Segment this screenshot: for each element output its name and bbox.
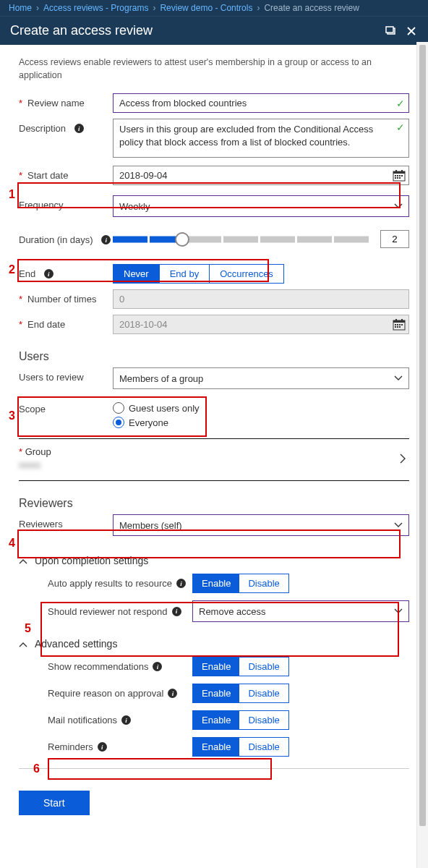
svg-rect-1 — [386, 27, 393, 33]
svg-rect-19 — [399, 324, 401, 326]
autoapply-enable[interactable]: Enable — [193, 574, 239, 592]
scope-everyone-radio[interactable]: Everyone — [113, 417, 409, 428]
num-times-label: Number of times — [27, 294, 96, 305]
check-icon: ✓ — [396, 122, 405, 133]
breadcrumb: Home › Access reviews - Programs › Revie… — [0, 0, 428, 16]
reqreason-label: Require reason on approval — [48, 688, 163, 699]
calendar-icon — [393, 319, 406, 331]
chevron-right-icon — [399, 454, 406, 464]
slider-thumb[interactable] — [175, 232, 189, 247]
duration-slider[interactable] — [113, 231, 369, 248]
info-icon[interactable]: i — [153, 662, 162, 671]
group-label: Group — [25, 446, 51, 457]
svg-rect-5 — [401, 170, 403, 172]
review-name-label: Review name — [27, 98, 85, 109]
info-icon[interactable]: i — [74, 124, 84, 133]
autoapply-disable[interactable]: Disable — [239, 574, 288, 592]
advanced-header-label: Advanced settings — [35, 638, 117, 650]
scrollbar-thumb[interactable] — [419, 45, 426, 826]
reminders-disable[interactable]: Disable — [239, 738, 288, 756]
divider — [19, 768, 409, 769]
mail-disable[interactable]: Disable — [239, 711, 288, 729]
blade-header: Create an access review — [0, 16, 428, 45]
num-times-input — [113, 289, 409, 309]
scope-label: Scope — [19, 404, 46, 414]
end-segmented: Never End by Occurrences — [113, 264, 284, 284]
reminders-enable[interactable]: Enable — [193, 738, 239, 756]
calendar-icon[interactable] — [393, 170, 406, 182]
frequency-select[interactable]: Weekly — [113, 195, 409, 217]
info-icon[interactable]: i — [121, 715, 131, 725]
chevron-right-icon: › — [36, 3, 39, 13]
info-icon[interactable]: i — [168, 689, 177, 698]
duration-value-input[interactable] — [380, 230, 409, 248]
chevron-right-icon: › — [153, 3, 155, 13]
restore-window-icon[interactable] — [385, 25, 398, 38]
radio-icon — [113, 417, 124, 428]
bc-controls[interactable]: Review demo - Controls — [160, 3, 252, 13]
bc-home[interactable]: Home — [9, 3, 32, 13]
svg-rect-15 — [395, 319, 397, 321]
group-picker[interactable]: * Group xxxxx — [19, 438, 409, 481]
review-name-input[interactable] — [113, 93, 409, 113]
autoapply-label: Auto apply results to resource — [48, 578, 172, 589]
page-title: Create an access review — [10, 23, 377, 38]
info-icon[interactable]: i — [172, 607, 181, 616]
chevron-up-icon — [19, 555, 27, 566]
mail-enable[interactable]: Enable — [193, 711, 239, 729]
notrespond-value: Remove access — [199, 606, 265, 617]
info-icon[interactable]: i — [98, 742, 107, 752]
svg-rect-18 — [397, 324, 398, 326]
completion-header[interactable]: Upon completion settings — [19, 555, 409, 566]
notrespond-select[interactable]: Remove access — [192, 600, 409, 622]
scope-everyone-label: Everyone — [129, 417, 168, 428]
chevron-down-icon — [394, 203, 403, 209]
end-never-button[interactable]: Never — [114, 265, 160, 283]
description-input[interactable]: Users in this group are excluded from th… — [113, 119, 409, 158]
end-date-input — [113, 315, 409, 334]
chevron-down-icon — [394, 522, 403, 528]
scope-guest-label: Guest users only — [129, 403, 200, 414]
start-date-input[interactable] — [113, 166, 409, 185]
showrec-disable[interactable]: Disable — [239, 658, 288, 676]
reqreason-enable[interactable]: Enable — [193, 684, 239, 702]
chevron-right-icon: › — [257, 3, 260, 13]
duration-label: Duration (in days) — [19, 234, 93, 245]
bc-programs[interactable]: Access reviews - Programs — [43, 3, 148, 13]
info-icon[interactable]: i — [176, 579, 186, 588]
end-occurrences-button[interactable]: Occurrences — [210, 265, 283, 283]
svg-rect-4 — [395, 170, 397, 172]
bc-current: Create an access review — [264, 3, 359, 13]
users-to-review-value: Members of a group — [119, 373, 203, 384]
autoapply-toggle: Enable Disable — [192, 574, 289, 593]
end-label: End — [19, 268, 35, 279]
reviewers-section-title: Reviewers — [19, 497, 409, 510]
close-icon[interactable] — [405, 25, 418, 38]
advanced-header[interactable]: Advanced settings — [19, 638, 409, 650]
info-icon[interactable]: i — [101, 235, 111, 244]
svg-rect-17 — [395, 324, 396, 326]
users-section-title: Users — [19, 350, 409, 363]
start-date-label: Start date — [27, 170, 68, 181]
svg-rect-7 — [397, 175, 398, 176]
info-icon[interactable]: i — [44, 269, 54, 278]
start-button[interactable]: Start — [19, 791, 90, 815]
scope-guest-radio[interactable]: Guest users only — [113, 402, 409, 414]
reviewers-label: Reviewers — [19, 519, 63, 529]
showrec-label: Show recommendations — [48, 661, 148, 672]
reqreason-disable[interactable]: Disable — [239, 684, 288, 702]
reviewers-select[interactable]: Members (self) — [113, 514, 409, 536]
reminders-label: Reminders — [48, 741, 93, 752]
mail-label: Mail notifications — [48, 715, 117, 726]
svg-rect-6 — [395, 175, 396, 176]
frequency-label: Frequency — [19, 200, 63, 210]
users-to-review-select[interactable]: Members of a group — [113, 367, 409, 389]
svg-rect-16 — [401, 319, 403, 321]
frequency-value: Weekly — [119, 201, 150, 212]
svg-rect-10 — [395, 177, 396, 179]
showrec-enable[interactable]: Enable — [193, 658, 239, 676]
svg-rect-12 — [399, 177, 401, 179]
end-endby-button[interactable]: End by — [160, 265, 210, 283]
scrollbar[interactable] — [416, 42, 428, 868]
svg-rect-8 — [399, 175, 401, 176]
